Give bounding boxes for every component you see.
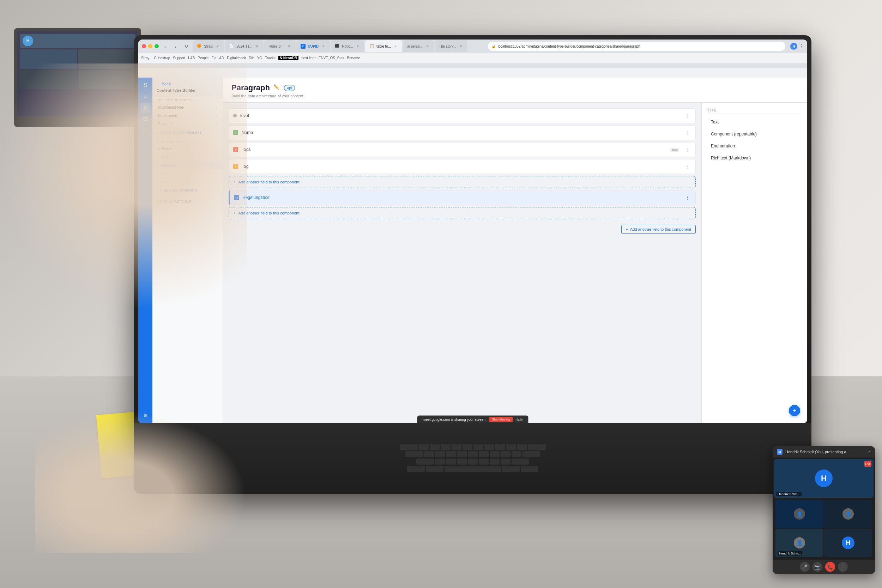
forward-nav-btn[interactable]: › <box>171 42 180 51</box>
key-t[interactable] <box>462 444 472 450</box>
key-alt-r[interactable] <box>502 466 520 472</box>
meet-mic-btn[interactable]: 🎤 <box>800 562 810 572</box>
tab-close-2[interactable]: × <box>254 44 259 49</box>
bookmark-label-dfb[interactable]: Dfb <box>249 56 254 60</box>
address-bar[interactable]: 🔒 localhost:1337/admin/plugins/content-t… <box>488 42 785 51</box>
key-backspace[interactable] <box>528 444 546 450</box>
key-c[interactable] <box>457 459 467 465</box>
key-r[interactable] <box>452 444 462 450</box>
field-row-level[interactable]: level ⋮ <box>229 108 696 123</box>
tab-notion[interactable]: ⬛ Notio... × <box>331 40 364 52</box>
key-a[interactable] <box>424 451 434 458</box>
bookmark-label-ad[interactable]: AD <box>219 56 224 60</box>
tab-close-cupid[interactable]: × <box>321 44 326 49</box>
bookmark-label-enve[interactable]: ENVE_OS_Stas <box>319 56 344 60</box>
bookmark-label-tracks[interactable]: Tracks <box>265 56 276 60</box>
key-v[interactable] <box>468 459 478 465</box>
key-d[interactable] <box>446 451 456 458</box>
key-h[interactable] <box>479 451 489 458</box>
bookmark-label-stray[interactable]: Stray.. <box>141 56 151 60</box>
meet-end-btn[interactable]: 📞 <box>825 562 835 572</box>
tab-close-8[interactable]: × <box>458 44 463 49</box>
bookmark-label-cubestrap[interactable]: Cubestrap <box>154 56 170 60</box>
key-f[interactable] <box>457 451 467 458</box>
tab-7[interactable]: ai perso... × <box>403 40 434 52</box>
key-j[interactable] <box>490 451 500 458</box>
field-row-name[interactable]: T Name ⋮ <box>229 125 696 140</box>
tab-close-7[interactable]: × <box>425 44 430 49</box>
key-z[interactable] <box>435 459 445 465</box>
bookmark-label-next[interactable]: next liner <box>301 56 316 60</box>
tab-close-notion[interactable]: × <box>355 44 360 49</box>
add-field-btn-2[interactable]: + Add another field to this component <box>229 207 696 219</box>
stop-sharing-btn[interactable]: Stop sharing <box>489 417 513 422</box>
floating-plus-btn[interactable]: + <box>789 405 800 416</box>
field-row-tag[interactable]: ⚡ Tag ⋮ <box>229 159 696 174</box>
key-n[interactable] <box>490 459 500 465</box>
add-field-btn-1[interactable]: + Add another field to this component <box>229 176 696 188</box>
tab-close-active[interactable]: × <box>393 44 398 49</box>
meet-close-btn[interactable]: × <box>868 449 871 454</box>
close-window-btn[interactable] <box>142 44 146 48</box>
field-row-regelungstext[interactable]: Rz Regelungstext ⋮ <box>229 190 696 205</box>
type-option-richtext[interactable]: Rich text (Markdown) <box>707 153 801 164</box>
tab-cupid[interactable]: C CUPID × <box>296 40 330 52</box>
tab-8[interactable]: The story... × <box>435 40 468 52</box>
tab-close-strapi[interactable]: × <box>215 44 220 49</box>
bookmark-label-support[interactable]: Support <box>173 56 185 60</box>
tab-2[interactable]: 📄 2024-11... × <box>225 40 264 52</box>
extensions-icon[interactable]: ⋮ <box>799 44 804 49</box>
key-x[interactable] <box>446 459 456 465</box>
meet-more-btn[interactable]: ⋮ <box>838 562 848 572</box>
bookmark-label-neondb[interactable]: N NeonDB <box>278 56 298 60</box>
key-i[interactable] <box>495 444 505 450</box>
reload-btn[interactable]: ↻ <box>182 42 190 51</box>
key-l[interactable] <box>512 451 522 458</box>
key-s[interactable] <box>435 451 445 458</box>
hide-btn[interactable]: Hide <box>516 418 523 422</box>
tab-active[interactable]: 📋 table fo... × <box>365 40 402 52</box>
bookmark-label-bename[interactable]: Bename <box>347 56 360 60</box>
key-enter[interactable] <box>522 451 540 458</box>
bookmark-label-digitalcheck[interactable]: Digitalcheck <box>227 56 246 60</box>
tab-3[interactable]: Rules of... × <box>264 40 296 52</box>
key-q[interactable] <box>419 444 429 450</box>
field-action-tags[interactable]: ⋮ <box>684 146 691 153</box>
key-shift-l[interactable] <box>416 459 434 465</box>
bookmark-label-people[interactable]: People <box>198 56 208 60</box>
maximize-window-btn[interactable] <box>154 44 159 48</box>
add-component-btn[interactable]: + Add another field to this component <box>621 225 696 234</box>
bookmark-label-lab[interactable]: LAB <box>188 56 195 60</box>
tab-close-3[interactable]: × <box>286 44 291 49</box>
type-option-text[interactable]: Text <box>707 117 801 128</box>
key-g[interactable] <box>468 451 478 458</box>
key-tab[interactable] <box>400 444 418 450</box>
field-action-tag[interactable]: ⋮ <box>684 163 691 170</box>
bookmark-label-fiq[interactable]: Fiq <box>212 56 216 60</box>
key-ctrl-r[interactable] <box>521 466 538 472</box>
key-p[interactable] <box>517 444 527 450</box>
type-option-component[interactable]: Component (repeatable) <box>707 129 801 140</box>
field-action-regelungstext[interactable]: ⋮ <box>684 194 691 201</box>
key-y[interactable] <box>474 444 483 450</box>
type-option-enumeration[interactable]: Enumeration <box>707 141 801 152</box>
key-w[interactable] <box>430 444 440 450</box>
field-action-level[interactable]: ⋮ <box>684 112 691 119</box>
edit-title-btn[interactable]: ✏️ <box>273 84 280 92</box>
key-k[interactable] <box>501 451 510 458</box>
key-shift-r[interactable] <box>512 459 529 465</box>
key-alt[interactable] <box>426 466 444 472</box>
key-e[interactable] <box>441 444 450 450</box>
bookmark-label-yg[interactable]: YG <box>257 56 262 60</box>
key-b[interactable] <box>479 459 489 465</box>
key-m[interactable] <box>501 459 510 465</box>
key-ctrl[interactable] <box>407 466 425 472</box>
key-o[interactable] <box>506 444 516 450</box>
field-row-tags[interactable]: ⚡ Tags Tags ⋮ <box>229 142 696 157</box>
tab-strapi[interactable]: 🟠 Strapi × <box>193 40 224 52</box>
meet-camera-btn[interactable]: 📷 <box>813 562 822 572</box>
back-nav-btn[interactable]: ‹ <box>161 42 170 51</box>
key-u[interactable] <box>484 444 494 450</box>
key-space[interactable] <box>444 466 501 472</box>
profile-avatar[interactable]: H <box>790 43 797 50</box>
